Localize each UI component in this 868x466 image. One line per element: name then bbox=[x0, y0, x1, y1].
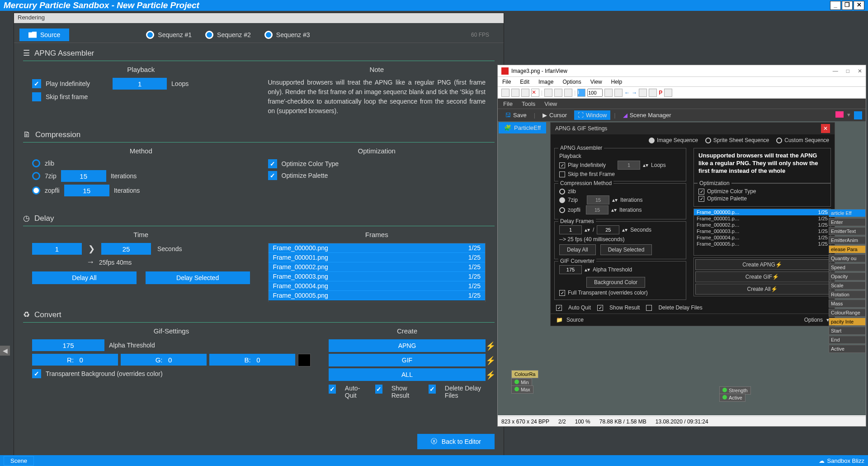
particle-effect-tab[interactable]: 🧩ParticleEff bbox=[499, 122, 546, 133]
dlg-zopfli-radio[interactable] bbox=[559, 207, 565, 213]
create-gif-button[interactable]: GIF⚡ bbox=[329, 354, 486, 366]
irfan-menu-edit[interactable]: Edit bbox=[520, 79, 529, 85]
dlg-optpal-checkbox[interactable] bbox=[698, 196, 704, 202]
dlg-frame-row[interactable]: Frame_000005.p…1/25 bbox=[694, 241, 830, 247]
paste-icon[interactable] bbox=[564, 89, 572, 97]
stop-icon[interactable] bbox=[854, 111, 862, 119]
dlg-frame-row[interactable]: Frame_000004.p…1/25 bbox=[694, 234, 830, 241]
dlg-frame-row[interactable]: Frame_000002.p…1/25 bbox=[694, 222, 830, 228]
image-seq-radio[interactable]: Image Sequence bbox=[649, 137, 698, 143]
frame-row[interactable]: Frame_000001.png1/25 bbox=[269, 253, 486, 262]
dlg-delay-sel-button[interactable]: Delay Selected bbox=[600, 244, 652, 255]
panel-particle-effect[interactable]: article Eff bbox=[829, 209, 866, 217]
irfan-close-button[interactable]: ✕ bbox=[858, 68, 862, 74]
dlg-alpha-input[interactable] bbox=[559, 265, 582, 274]
zlib-radio[interactable] bbox=[32, 159, 40, 167]
scroll-left-icon[interactable]: ◀ bbox=[0, 346, 10, 356]
inner-save-button[interactable]: 🖫Save bbox=[501, 110, 530, 120]
minimize-button[interactable]: _ bbox=[830, 1, 841, 10]
create-apng-button[interactable]: APNG⚡ bbox=[329, 339, 486, 352]
palette-icon[interactable] bbox=[664, 89, 672, 97]
delete-delay-checkbox[interactable] bbox=[429, 385, 436, 394]
dlg-frame-row[interactable]: Frame_000000.p…1/25 bbox=[694, 209, 830, 215]
inner-window-button[interactable]: ⛶Window bbox=[574, 110, 610, 120]
tool1-icon[interactable] bbox=[639, 89, 647, 97]
dlg-create-apng-button[interactable]: Create APNG⚡ bbox=[695, 259, 829, 270]
sprite-seq-radio[interactable]: Sprite Sheet Sequence bbox=[705, 137, 769, 143]
zoomin-icon[interactable] bbox=[614, 89, 623, 97]
info-icon[interactable]: i bbox=[577, 89, 585, 97]
frame-row[interactable]: Frame_000004.png1/25 bbox=[269, 281, 486, 291]
delay-den-input[interactable] bbox=[101, 243, 151, 255]
dlg-autoquit-checkbox[interactable] bbox=[556, 305, 562, 311]
irfan-min-button[interactable]: — bbox=[833, 68, 838, 74]
dlg-7zip-iter[interactable] bbox=[587, 195, 609, 204]
b-input[interactable] bbox=[209, 354, 295, 366]
save-icon[interactable] bbox=[521, 89, 529, 97]
frames-list[interactable]: Frame_000000.png1/25Frame_000001.png1/25… bbox=[268, 243, 486, 302]
dlg-frames-list[interactable]: Frame_000000.p…1/25Frame_000001.p…1/25Fr… bbox=[693, 209, 831, 256]
tool2-icon[interactable] bbox=[649, 89, 657, 97]
dlg-delay-all-button[interactable]: Delay All bbox=[559, 244, 596, 255]
source-button[interactable]: Source bbox=[19, 29, 69, 41]
frame-row[interactable]: Frame_000002.png1/25 bbox=[269, 262, 486, 272]
skip-first-checkbox[interactable] bbox=[32, 92, 41, 101]
show-result-checkbox[interactable] bbox=[375, 385, 382, 394]
dlg-frame-row[interactable]: Frame_000001.p…1/25 bbox=[694, 215, 830, 222]
inner-menu-file[interactable]: File bbox=[503, 100, 513, 107]
sequence-tab-3[interactable]: Sequenz #3 bbox=[264, 31, 310, 39]
irfan-menu-image[interactable]: Image bbox=[538, 79, 553, 85]
copy-icon[interactable] bbox=[554, 89, 562, 97]
zoom-input[interactable] bbox=[587, 89, 603, 97]
dlg-optcolor-checkbox[interactable] bbox=[698, 189, 704, 195]
dlg-loops-input[interactable] bbox=[618, 161, 640, 170]
dlg-skip-checkbox[interactable] bbox=[559, 171, 565, 177]
dlg-delete-checkbox[interactable] bbox=[646, 305, 652, 311]
dlg-bgcolor-button[interactable]: Background Color bbox=[586, 277, 645, 288]
opt-palette-checkbox[interactable] bbox=[268, 171, 277, 180]
irfan-menu-file[interactable]: File bbox=[502, 79, 511, 85]
sequence-tab-2[interactable]: Sequenz #2 bbox=[205, 31, 251, 39]
alpha-input[interactable] bbox=[32, 339, 104, 351]
dlg-create-gif-button[interactable]: Create GIF⚡ bbox=[695, 271, 829, 282]
cut-icon[interactable] bbox=[544, 89, 552, 97]
transparent-bg-checkbox[interactable] bbox=[32, 369, 41, 378]
pause-icon[interactable] bbox=[835, 111, 844, 118]
back-to-editor-button[interactable]: ⓧ Back to Editor bbox=[417, 434, 495, 449]
inner-scene-button[interactable]: ◢Scene Manager bbox=[619, 110, 675, 120]
scene-button[interactable]: Scene bbox=[4, 456, 34, 466]
dlg-options-button[interactable]: Options bbox=[804, 317, 823, 323]
dlg-showres-checkbox[interactable] bbox=[597, 305, 603, 311]
delay-all-button[interactable]: Delay All bbox=[32, 271, 137, 284]
play-indef-checkbox[interactable] bbox=[32, 79, 41, 88]
inner-menu-view[interactable]: View bbox=[544, 100, 557, 107]
7zip-iter-input[interactable] bbox=[61, 170, 106, 182]
g-input[interactable] bbox=[121, 354, 207, 366]
frame-row[interactable]: Frame_000000.png1/25 bbox=[269, 243, 486, 253]
irfan-titlebar[interactable]: Image3.png - IrfanView — □ ✕ bbox=[498, 65, 866, 77]
close-button[interactable]: ✕ bbox=[854, 1, 864, 10]
p-icon[interactable]: P bbox=[659, 90, 662, 96]
auto-quit-checkbox[interactable] bbox=[329, 385, 336, 394]
dlg-delay-num[interactable] bbox=[559, 225, 582, 234]
dlg-zlib-radio[interactable] bbox=[559, 189, 565, 195]
zoomout-icon[interactable] bbox=[604, 89, 613, 97]
dropdown-icon[interactable]: ▾ bbox=[847, 111, 850, 119]
delay-num-input[interactable] bbox=[32, 243, 82, 255]
dlg-7zip-radio[interactable] bbox=[559, 197, 565, 203]
frame-row[interactable]: Frame_000005.png1/25 bbox=[269, 291, 486, 300]
inner-cursor-button[interactable]: ▶Cursor bbox=[539, 110, 571, 120]
dlg-fulltrans-checkbox[interactable] bbox=[559, 290, 565, 296]
rendering-titlebar[interactable]: Rendering bbox=[14, 13, 504, 23]
delete-icon[interactable]: ✕ bbox=[531, 89, 539, 97]
panel-release-params[interactable]: elease Para bbox=[829, 245, 866, 253]
delay-selected-button[interactable]: Delay Selected bbox=[146, 271, 250, 284]
irfan-menu-options[interactable]: Options bbox=[562, 79, 581, 85]
colour-range-node[interactable]: ColourRa bbox=[511, 370, 538, 378]
dlg-delay-den[interactable] bbox=[597, 225, 619, 234]
zopfli-radio[interactable] bbox=[32, 186, 40, 195]
opt-color-checkbox[interactable] bbox=[268, 159, 277, 168]
next-icon[interactable]: → bbox=[632, 90, 637, 96]
maximize-button[interactable]: ❐ bbox=[842, 1, 853, 10]
zopfli-iter-input[interactable] bbox=[64, 185, 109, 196]
